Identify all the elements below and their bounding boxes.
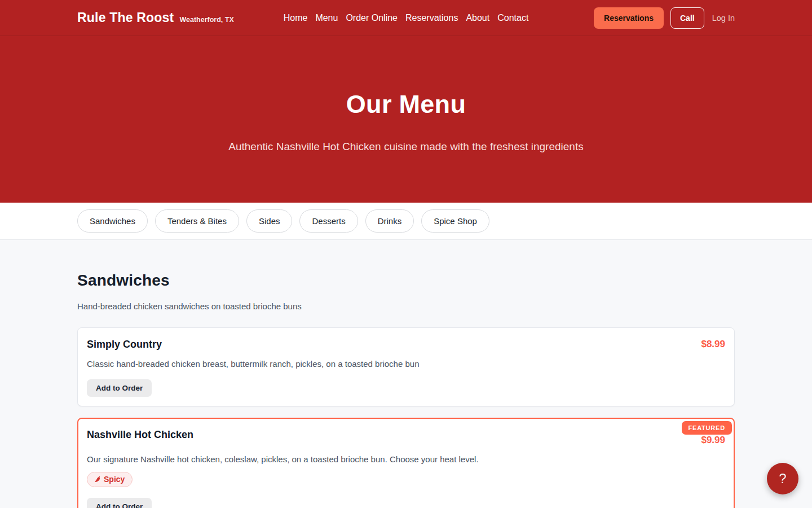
add-to-order-button[interactable]: Add to Order xyxy=(87,498,152,508)
nav-link-reservations[interactable]: Reservations xyxy=(405,11,458,25)
brand-location: Weatherford, TX xyxy=(179,16,233,24)
login-link[interactable]: Log In xyxy=(712,14,735,23)
spicy-tag-label: Spicy xyxy=(104,475,125,484)
header-actions: Reservations Call Log In xyxy=(528,7,735,29)
nav-link-order-online[interactable]: Order Online xyxy=(346,11,398,25)
category-pill-sides[interactable]: Sides xyxy=(246,209,293,233)
section-subtitle: Hand-breaded chicken sandwiches on toast… xyxy=(77,301,735,311)
help-button[interactable]: ? xyxy=(767,463,798,494)
menu-section: Sandwiches Hand-breaded chicken sandwich… xyxy=(77,240,735,508)
top-header: Rule The Roost Weatherford, TX Home Menu… xyxy=(0,0,812,36)
brand: Rule The Roost Weatherford, TX xyxy=(77,10,284,25)
category-pill-sandwiches[interactable]: Sandwiches xyxy=(77,209,148,233)
category-pill-tenders-bites[interactable]: Tenders & Bites xyxy=(155,209,239,233)
nav-link-home[interactable]: Home xyxy=(284,11,308,25)
section-title: Sandwiches xyxy=(77,271,735,290)
item-description: Classic hand-breaded chicken breast, but… xyxy=(87,359,725,369)
nav-link-contact[interactable]: Contact xyxy=(497,11,528,25)
main-nav: Home Menu Order Online Reservations Abou… xyxy=(284,11,529,25)
menu-item-card-simply-country: Simply Country $8.99 Classic hand-breade… xyxy=(77,327,735,406)
question-mark-icon: ? xyxy=(779,471,786,487)
reservations-button[interactable]: Reservations xyxy=(594,7,664,29)
brand-name[interactable]: Rule The Roost xyxy=(77,10,174,25)
item-description: Our signature Nashville hot chicken, col… xyxy=(87,454,725,464)
item-name: Nashville Hot Chicken xyxy=(87,429,193,441)
featured-badge: FEATURED xyxy=(682,421,732,435)
nav-link-menu[interactable]: Menu xyxy=(315,11,338,25)
page-title: Our Menu xyxy=(0,90,812,119)
category-pill-spice-shop[interactable]: Spice Shop xyxy=(421,209,489,233)
spicy-tag: Spicy xyxy=(87,472,133,487)
category-pill-drinks[interactable]: Drinks xyxy=(365,209,414,233)
add-to-order-button[interactable]: Add to Order xyxy=(87,379,152,397)
category-bar: Sandwiches Tenders & Bites Sides Dessert… xyxy=(0,203,812,240)
page-subtitle: Authentic Nashville Hot Chicken cuisine … xyxy=(0,141,812,153)
nav-link-about[interactable]: About xyxy=(466,11,489,25)
hero-banner: Our Menu Authentic Nashville Hot Chicken… xyxy=(0,36,812,203)
chili-pepper-icon xyxy=(94,475,101,483)
item-name: Simply Country xyxy=(87,339,162,351)
call-button[interactable]: Call xyxy=(670,7,704,29)
menu-item-list: Simply Country $8.99 Classic hand-breade… xyxy=(77,327,735,508)
menu-item-card-nashville-hot-chicken: FEATURED Nashville Hot Chicken $9.99 Our… xyxy=(77,418,735,508)
item-price: $8.99 xyxy=(701,339,725,350)
category-pill-desserts[interactable]: Desserts xyxy=(299,209,358,233)
item-price: $9.99 xyxy=(701,435,725,446)
